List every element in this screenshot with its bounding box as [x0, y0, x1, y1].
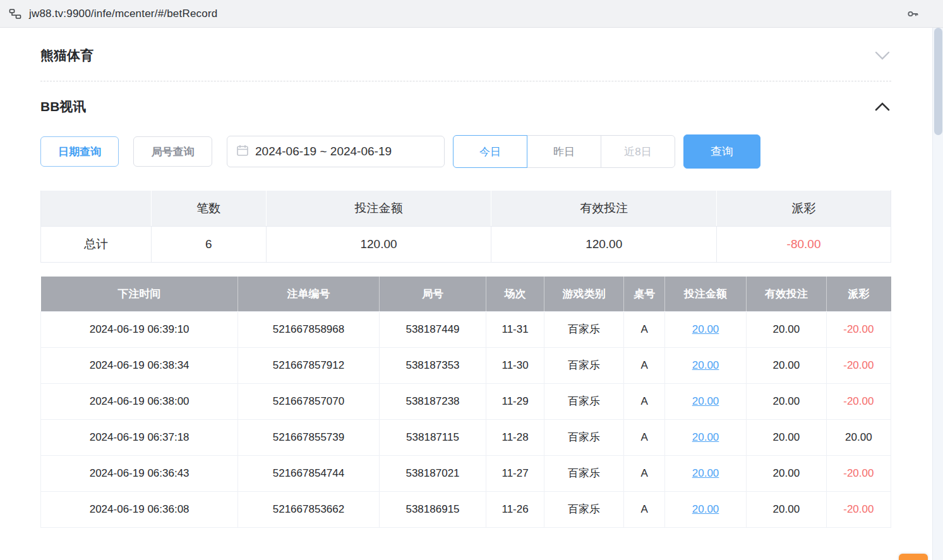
today-button[interactable]: 今日 [453, 135, 527, 168]
round-number: 538187238 [379, 383, 486, 419]
section-bb-video[interactable]: BB视讯 [40, 81, 891, 129]
date-query-tab[interactable]: 日期查询 [40, 136, 119, 167]
table-row: 2024-06-19 06:39:10 521667858968 5381874… [41, 311, 891, 347]
session: 11-29 [486, 383, 544, 419]
bet-id: 521667853662 [238, 491, 379, 527]
summary-header-count: 笔数 [151, 191, 266, 227]
site-icon [9, 8, 21, 20]
quick-date-group: 今日 昨日 近8日 [453, 135, 675, 168]
table-row: 2024-06-19 06:38:34 521667857912 5381873… [41, 347, 891, 383]
payout: 20.00 [826, 419, 891, 455]
game-type: 百家乐 [544, 383, 624, 419]
search-button[interactable]: 查询 [683, 134, 760, 169]
payout: -20.00 [826, 455, 891, 491]
payout: -20.00 [826, 311, 891, 347]
chevron-up-icon [874, 101, 891, 112]
header-round: 局号 [379, 277, 486, 311]
game-type: 百家乐 [544, 347, 624, 383]
browser-address-bar: jw88.tv:9900/infe/mcenter/#/betRecord [0, 0, 943, 28]
table-code: A [624, 347, 665, 383]
vertical-scrollbar[interactable] [932, 28, 943, 560]
valid-bet: 20.00 [747, 383, 827, 419]
payout: -20.00 [826, 347, 891, 383]
payout: -20.00 [826, 491, 891, 527]
header-bet-id: 注单编号 [238, 277, 379, 311]
table-code: A [624, 311, 665, 347]
bet-time: 2024-06-19 06:37:18 [41, 419, 238, 455]
header-bet-time: 下注时间 [41, 277, 238, 311]
session: 11-30 [486, 347, 544, 383]
session: 11-26 [486, 491, 544, 527]
header-payout: 派彩 [826, 277, 891, 311]
date-range-input[interactable]: 2024-06-19 ~ 2024-06-19 [227, 136, 445, 167]
bet-id: 521667857070 [238, 383, 379, 419]
header-session: 场次 [486, 277, 544, 311]
table-code: A [624, 455, 665, 491]
payout: -20.00 [826, 383, 891, 419]
bet-amount-link[interactable]: 20.00 [692, 431, 719, 443]
scrollbar-thumb[interactable] [934, 28, 942, 135]
summary-bet-amount: 120.00 [266, 227, 491, 263]
table-code: A [624, 419, 665, 455]
summary-header-blank [41, 191, 152, 227]
summary-header-bet-amount: 投注金额 [266, 191, 491, 227]
bet-amount-link[interactable]: 20.00 [692, 359, 719, 371]
table-row: 2024-06-19 06:36:08 521667853662 5381869… [41, 491, 891, 527]
round-number: 538187449 [379, 311, 486, 347]
bet-records-table: 下注时间 注单编号 局号 场次 游戏类别 桌号 投注金额 有效投注 派彩 202… [40, 277, 891, 528]
bet-amount-link[interactable]: 20.00 [692, 395, 719, 407]
summary-header-payout: 派彩 [717, 191, 891, 227]
summary-table: 笔数 投注金额 有效投注 派彩 总计 6 120.00 120.00 -80.0… [40, 190, 891, 263]
section-title-panda: 熊猫体育 [40, 47, 93, 64]
date-range-value: 2024-06-19 ~ 2024-06-19 [255, 145, 392, 158]
summary-payout: -80.00 [717, 227, 891, 263]
bet-amount-link[interactable]: 20.00 [692, 323, 719, 335]
session: 11-31 [486, 311, 544, 347]
bet-amount-link[interactable]: 20.00 [692, 503, 719, 515]
bet-time: 2024-06-19 06:38:00 [41, 383, 238, 419]
game-type: 百家乐 [544, 311, 624, 347]
table-row: 2024-06-19 06:36:43 521667854744 5381870… [41, 455, 891, 491]
game-type: 百家乐 [544, 455, 624, 491]
valid-bet: 20.00 [747, 455, 827, 491]
round-number: 538186915 [379, 491, 486, 527]
summary-total-row: 总计 6 120.00 120.00 -80.00 [41, 227, 891, 263]
game-type: 百家乐 [544, 491, 624, 527]
table-code: A [624, 491, 665, 527]
bet-id: 521667854744 [238, 455, 379, 491]
summary-count: 6 [151, 227, 266, 263]
header-game-type: 游戏类别 [544, 277, 624, 311]
yesterday-button[interactable]: 昨日 [527, 135, 601, 168]
chat-widget[interactable] [899, 554, 928, 560]
bet-time: 2024-06-19 06:36:43 [41, 455, 238, 491]
table-row: 2024-06-19 06:37:18 521667855739 5381871… [41, 419, 891, 455]
calendar-icon [236, 144, 249, 159]
bet-time: 2024-06-19 06:39:10 [41, 311, 238, 347]
chevron-down-icon [874, 50, 891, 61]
valid-bet: 20.00 [747, 347, 827, 383]
summary-header-valid-bet: 有效投注 [491, 191, 717, 227]
valid-bet: 20.00 [747, 311, 827, 347]
round-number: 538187353 [379, 347, 486, 383]
round-query-tab[interactable]: 局号查询 [133, 136, 212, 167]
bet-id: 521667858968 [238, 311, 379, 347]
game-type: 百家乐 [544, 419, 624, 455]
bet-record-page: 熊猫体育 BB视讯 日期查询 局号查询 2024-06-19 ~ [0, 28, 943, 528]
round-number: 538187115 [379, 419, 486, 455]
round-number: 538187021 [379, 455, 486, 491]
bet-time: 2024-06-19 06:38:34 [41, 347, 238, 383]
last-8-days-button[interactable]: 近8日 [601, 135, 675, 168]
filter-bar: 日期查询 局号查询 2024-06-19 ~ 2024-06-19 今日 昨日 … [40, 134, 891, 169]
bet-id: 521667857912 [238, 347, 379, 383]
header-bet-amount: 投注金额 [664, 277, 746, 311]
address-url[interactable]: jw88.tv:9900/infe/mcenter/#/betRecord [29, 8, 899, 20]
table-code: A [624, 383, 665, 419]
bet-time: 2024-06-19 06:36:08 [41, 491, 238, 527]
table-row: 2024-06-19 06:38:00 521667857070 5381872… [41, 383, 891, 419]
key-icon[interactable] [906, 8, 919, 20]
section-panda-sports[interactable]: 熊猫体育 [40, 28, 891, 81]
header-valid-bet: 有效投注 [747, 277, 827, 311]
section-title-bb: BB视讯 [40, 98, 86, 116]
records-header-row: 下注时间 注单编号 局号 场次 游戏类别 桌号 投注金额 有效投注 派彩 [41, 277, 891, 311]
bet-amount-link[interactable]: 20.00 [692, 467, 719, 479]
